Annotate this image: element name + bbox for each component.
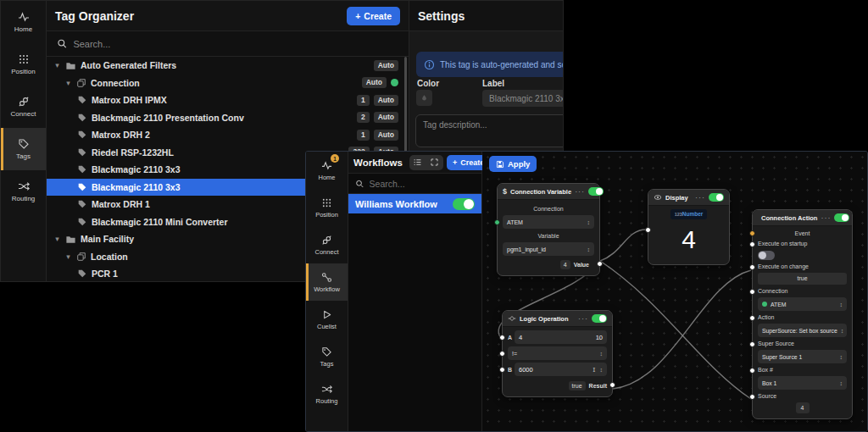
- input-b-port[interactable]: [499, 367, 505, 373]
- box-number-select[interactable]: Box 1 ↕: [758, 376, 847, 390]
- box-number-port[interactable]: [749, 368, 755, 374]
- node-header[interactable]: Logic Operation ···: [503, 311, 612, 327]
- sidebar-item-position[interactable]: Position: [1, 43, 46, 86]
- execute-on-change-row: Execute on change: [758, 262, 847, 272]
- node-menu-icon[interactable]: ···: [575, 189, 585, 194]
- tree-item-group[interactable]: ▾ Connection Auto: [47, 75, 409, 92]
- sidebar-item-connect[interactable]: Connect: [306, 226, 348, 263]
- node-header[interactable]: Display ···: [648, 190, 729, 206]
- sidebar-item-position[interactable]: Position: [306, 189, 348, 226]
- variable-select[interactable]: pgm1_input_id ↕: [503, 242, 594, 256]
- sidebar-item-label: Tags: [16, 152, 31, 160]
- sidebar-item-tags[interactable]: Tags: [1, 128, 46, 170]
- workflow-search-input[interactable]: [370, 179, 475, 189]
- home-pulse-icon: [18, 11, 30, 23]
- caret-down-icon[interactable]: ▾: [53, 61, 61, 69]
- dollar-icon: $: [503, 187, 507, 196]
- node-connection-variable[interactable]: $ Connection Variable ··· Connection ATE…: [497, 183, 600, 276]
- operator-port[interactable]: [499, 351, 505, 357]
- node-header[interactable]: Connection Action ···: [753, 210, 852, 226]
- input-a-port[interactable]: [499, 335, 505, 341]
- sidebar-item-cuelist[interactable]: Cuelist: [306, 301, 348, 338]
- sidebar-item-label: Routing: [12, 195, 36, 202]
- sidebar-item-routing[interactable]: Routing: [1, 170, 46, 213]
- display-input-port[interactable]: [645, 227, 651, 233]
- action-select[interactable]: SuperSource: Set box source ↕: [758, 324, 847, 337]
- output-label: Value: [574, 262, 589, 268]
- sidebar-item-tags[interactable]: Tags: [306, 338, 348, 375]
- sidebar-item-home[interactable]: Home: [1, 1, 46, 43]
- workflows-sidebar: Home 1 Position Connect Workflow Cuelist: [306, 152, 348, 431]
- sidebar-item-workflow[interactable]: Workflow: [306, 263, 348, 301]
- sidebar-item-routing[interactable]: Routing: [306, 375, 348, 413]
- connection-row: Connection: [758, 286, 847, 296]
- tag-label-input[interactable]: [482, 90, 564, 107]
- tag-icon: [77, 217, 87, 227]
- apply-button[interactable]: Apply: [489, 156, 537, 172]
- node-menu-icon[interactable]: ···: [578, 316, 588, 321]
- super-source-port[interactable]: [749, 341, 755, 347]
- node-display[interactable]: Display ··· 123Number 4: [648, 189, 730, 265]
- caret-down-icon[interactable]: ▾: [64, 79, 72, 87]
- sidebar-item-home[interactable]: Home 1: [306, 152, 348, 189]
- select-arrows-icon: ↕: [841, 328, 844, 334]
- tree-item-label: Blackmagic 2110 Presentation Conv: [92, 113, 244, 123]
- workflow-list-item[interactable]: Williams Workflow: [348, 194, 481, 213]
- input-a-field[interactable]: 4 10: [515, 330, 607, 344]
- color-label: Color: [417, 79, 439, 88]
- execute-on-startup-toggle[interactable]: [758, 251, 775, 260]
- tree-item-label: Blackmagic 2110 Mini Converter: [92, 217, 228, 227]
- caret-down-icon[interactable]: ▾: [53, 235, 61, 243]
- execute-on-startup-port[interactable]: [749, 241, 755, 247]
- select-arrows-icon: ↕: [587, 219, 591, 225]
- select-arrows-icon: ↕: [840, 354, 843, 360]
- value-output-port[interactable]: [597, 261, 603, 267]
- sidebar-item-connect[interactable]: Connect: [1, 86, 46, 128]
- tree-item-tag[interactable]: Matrox DRH 2 1 Auto: [47, 126, 409, 144]
- grid-dots-icon: [321, 197, 332, 208]
- source-port[interactable]: [749, 394, 755, 400]
- tag-icon: [321, 346, 332, 357]
- super-source-select[interactable]: Super Source 1 ↕: [758, 350, 847, 363]
- node-enabled-toggle[interactable]: [592, 314, 607, 323]
- operator-select[interactable]: != ↕: [508, 346, 607, 360]
- node-header[interactable]: $ Connection Variable ···: [498, 184, 599, 200]
- result-output-port[interactable]: [609, 382, 615, 388]
- fit-view-button[interactable]: [426, 155, 443, 170]
- node-enabled-toggle[interactable]: [709, 193, 724, 202]
- tree-item-label: Matrox DRH IPMX: [92, 95, 167, 105]
- action-port[interactable]: [749, 315, 755, 321]
- shuffle-icon: [18, 180, 30, 192]
- workflow-enabled-toggle[interactable]: [453, 198, 475, 210]
- node-menu-icon[interactable]: ···: [821, 215, 831, 220]
- create-tag-button[interactable]: + Create: [347, 7, 400, 25]
- node-title: Logic Operation: [520, 315, 569, 323]
- connection-select[interactable]: ATEM ↕: [503, 215, 594, 229]
- connection-port[interactable]: [749, 289, 755, 295]
- count-badge: 1: [357, 130, 370, 141]
- node-menu-icon[interactable]: ···: [695, 195, 705, 200]
- tag-description-textarea[interactable]: [415, 114, 564, 147]
- node-canvas[interactable]: Apply $ Connection Variable ··· Connecti…: [482, 152, 867, 431]
- node-title: Connection Variable: [510, 188, 571, 196]
- connection-input-port[interactable]: [494, 219, 500, 225]
- tree-item-tag[interactable]: Matrox DRH IPMX 1 Auto: [47, 91, 409, 109]
- execute-on-change-port[interactable]: [749, 264, 755, 270]
- node-enabled-toggle[interactable]: [588, 187, 604, 196]
- sidebar-item-label: Connect: [315, 248, 339, 256]
- input-b-field[interactable]: 6000 I ↕: [515, 363, 607, 376]
- tag-icon: [77, 113, 87, 123]
- tree-item-tag[interactable]: Blackmagic 2110 Presentation Conv 2 Auto: [47, 109, 409, 127]
- list-view-button[interactable]: [409, 155, 426, 170]
- connection-select[interactable]: ATEM ↕: [758, 297, 847, 311]
- tree-item-folder[interactable]: ▾ Auto Generated Filters Auto: [47, 57, 409, 75]
- search-input[interactable]: [73, 39, 398, 49]
- node-logic-operation[interactable]: Logic Operation ··· A 4 10: [502, 310, 613, 397]
- event-port[interactable]: [749, 230, 755, 236]
- node-enabled-toggle[interactable]: [834, 213, 849, 222]
- caret-down-icon[interactable]: ▾: [64, 252, 72, 261]
- color-swatch-button[interactable]: [416, 90, 432, 106]
- node-connection-action[interactable]: Connection Action ··· Event Execute on s…: [752, 209, 853, 419]
- sidebar-item-label: Home: [318, 174, 335, 181]
- node-title: Display: [665, 194, 688, 202]
